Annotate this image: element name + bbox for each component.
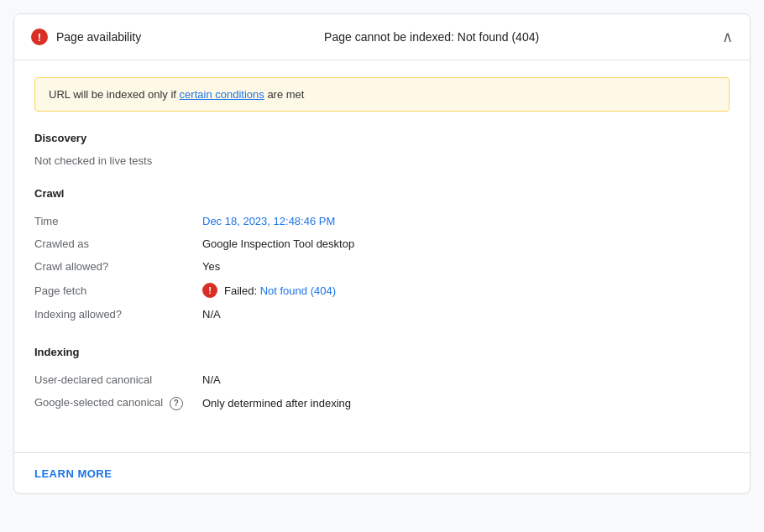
info-banner: URL will be indexed only if certain cond… <box>34 77 730 112</box>
panel-status: Page cannot be indexed: Not found (404) <box>324 30 539 44</box>
page-fetch-label: Page fetch <box>34 278 202 303</box>
user-canonical-value: N/A <box>202 368 730 391</box>
crawl-section-title: Crawl <box>34 187 730 200</box>
discovery-note: Not checked in live tests <box>34 154 730 167</box>
panel-title: Page availability <box>56 30 141 44</box>
indexing-allowed-value: N/A <box>202 303 730 326</box>
indexing-section-title: Indexing <box>34 346 730 358</box>
table-row: Crawl allowed? Yes <box>34 255 730 278</box>
table-row: Google-selected canonical ? Only determi… <box>34 391 730 415</box>
page-fetch-fail-text: Failed: Not found (404) <box>224 284 336 297</box>
table-row: User-declared canonical N/A <box>34 368 730 391</box>
indexing-section: Indexing User-declared canonical N/A Goo… <box>34 346 730 415</box>
user-canonical-label: User-declared canonical <box>34 368 202 391</box>
indexing-table: User-declared canonical N/A Google-selec… <box>34 368 730 415</box>
discovery-section-title: Discovery <box>34 132 730 144</box>
crawl-time-label: Time <box>34 210 202 232</box>
page-fetch-error-icon: ! <box>202 283 217 298</box>
crawled-as-value: Google Inspection Tool desktop <box>202 232 730 255</box>
crawl-table: Time Dec 18, 2023, 12:48:46 PM Crawled a… <box>34 210 730 326</box>
google-canonical-label: Google-selected canonical ? <box>34 391 202 415</box>
collapse-chevron-icon[interactable]: ∧ <box>722 28 733 46</box>
crawl-time-value: Dec 18, 2023, 12:48:46 PM <box>202 210 730 232</box>
banner-text-before: URL will be indexed only if <box>49 88 180 101</box>
page-fetch-value: ! Failed: Not found (404) <box>202 278 730 303</box>
info-circle-icon[interactable]: ? <box>170 397 183 410</box>
table-row: Time Dec 18, 2023, 12:48:46 PM <box>34 210 730 232</box>
crawl-section: Crawl Time Dec 18, 2023, 12:48:46 PM Cra… <box>34 187 730 326</box>
page-fetch-error-link[interactable]: Not found (404) <box>260 284 336 297</box>
learn-more-footer: LEARN MORE <box>14 452 750 493</box>
learn-more-link[interactable]: LEARN MORE <box>34 467 112 480</box>
crawl-allowed-value: Yes <box>202 255 730 278</box>
crawled-as-label: Crawled as <box>34 232 202 255</box>
table-row: Indexing allowed? N/A <box>34 303 730 326</box>
banner-text-after: are met <box>264 88 305 101</box>
panel-header: ! Page availability Page cannot be index… <box>14 14 750 60</box>
discovery-section: Discovery Not checked in live tests <box>34 132 730 167</box>
indexing-allowed-label: Indexing allowed? <box>34 303 202 326</box>
crawl-allowed-label: Crawl allowed? <box>34 255 202 278</box>
panel-body: URL will be indexed only if certain cond… <box>14 60 750 452</box>
table-row: Page fetch ! Failed: Not found (404) <box>34 278 730 303</box>
certain-conditions-link[interactable]: certain conditions <box>180 88 264 101</box>
table-row: Crawled as Google Inspection Tool deskto… <box>34 232 730 255</box>
page-availability-panel: ! Page availability Page cannot be index… <box>13 13 751 494</box>
header-error-icon: ! <box>31 29 48 45</box>
header-left: ! Page availability <box>31 29 141 45</box>
google-canonical-value: Only determined after indexing <box>202 391 730 415</box>
